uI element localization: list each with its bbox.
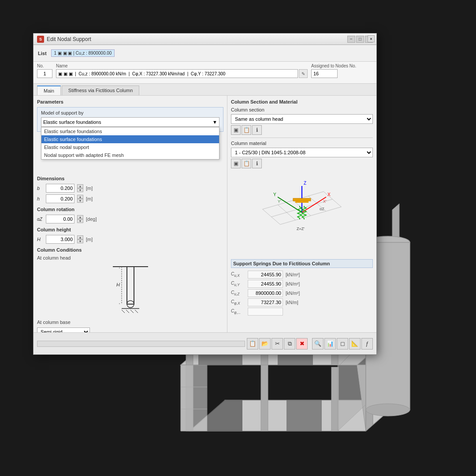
separator1	[231, 138, 373, 138]
rotation-up[interactable]: ▲	[77, 215, 83, 219]
svg-text:Y: Y	[273, 192, 276, 197]
dropdown-arrow-icon: ▼	[212, 119, 217, 125]
rotation-input[interactable]	[46, 215, 74, 223]
col-section-dropdown-wrap: Same as column head	[231, 114, 373, 124]
option-esf2[interactable]: Elastic surface foundations	[41, 135, 219, 143]
minimize-button[interactable]: −	[347, 36, 355, 43]
col-material-label: Column material	[231, 141, 373, 146]
no-input[interactable]	[37, 69, 52, 78]
col-section-select[interactable]: Same as column head	[231, 114, 373, 124]
assigned-input[interactable]	[311, 69, 338, 78]
col-material-select[interactable]: 1 - C25/30 | DIN 1045-1:2008-08	[231, 148, 373, 157]
maximize-button[interactable]: □	[356, 36, 364, 43]
dimensions-title: Dimensions	[37, 176, 223, 181]
toolbar-btn-ruler[interactable]: 📐	[349, 338, 361, 350]
dim-h-stepper: ▲ ▼	[77, 195, 83, 203]
tab-stiffness[interactable]: Stiffness via Fictitious Column	[62, 86, 140, 95]
toolbar-btn-zoom[interactable]: 🔍	[312, 338, 324, 350]
spring-row-cuz: Cu,Z [kN/m²]	[231, 289, 373, 297]
spring-cpy-label: Cφ,...	[231, 309, 245, 315]
height-stepper: ▲ ▼	[77, 235, 83, 243]
model-dropdown[interactable]: Elastic surface foundations ▼	[41, 117, 219, 127]
dim-b-input[interactable]	[46, 184, 74, 193]
dim-h-unit: [m]	[86, 196, 93, 201]
col-material-icon1[interactable]: ▣	[231, 159, 241, 168]
spring-cux-input[interactable]	[248, 271, 283, 279]
springs-section: Support Springs Due to Fictitious Column…	[231, 259, 373, 316]
spring-row-cpy: Cφ,...	[231, 308, 373, 316]
model-section: Model of support by Elastic surface foun…	[37, 107, 223, 132]
toolbar-btn-grid[interactable]: ◻	[337, 338, 348, 350]
dim-b-down[interactable]: ▼	[77, 188, 83, 192]
conditions-title: Column Conditions	[37, 247, 223, 253]
height-up[interactable]: ▲	[77, 235, 83, 239]
spring-cuy-label: Cu,Y	[231, 281, 245, 287]
svg-marker-27	[207, 400, 242, 431]
toolbar-btn-open[interactable]: 📂	[259, 338, 271, 350]
header-close-btn[interactable]: ×	[368, 35, 375, 42]
assigned-field: Assigned to Nodes No.	[311, 63, 373, 82]
model-label: Model of support by	[41, 110, 219, 115]
tab-main[interactable]: Main	[37, 86, 61, 95]
dim-h-down[interactable]: ▼	[77, 199, 83, 203]
height-input[interactable]	[46, 235, 74, 244]
dim-b-stepper: ▲ ▼	[77, 184, 83, 192]
toolbar-icons: 📋 📂 ✂ ⧉ ✖ 🔍 📊 ◻ 📐 ƒ	[247, 338, 373, 350]
spring-cuz-label: Cu,Z	[231, 290, 245, 296]
coordinate-viz: X Y Z X' Y' Z=Z' αZ	[258, 173, 346, 257]
name-edit-btn[interactable]: ✎	[299, 69, 308, 78]
app-icon: S	[37, 36, 44, 43]
toolbar-btn-chart[interactable]: 📊	[324, 338, 336, 350]
option-ens[interactable]: Elastic nodal support	[41, 143, 219, 151]
col-section-icon2[interactable]: 📋	[242, 125, 251, 135]
rotation-section: Column rotation αZ ▲ ▼ [deg]	[37, 207, 223, 223]
spring-cpx-input[interactable]	[248, 298, 283, 306]
height-down[interactable]: ▼	[77, 239, 83, 243]
svg-text:Z=Z': Z=Z'	[297, 227, 305, 231]
dim-b-up[interactable]: ▲	[77, 184, 83, 188]
option-esf1[interactable]: Elastic surface foundations	[41, 127, 219, 135]
spring-cuz-input[interactable]	[248, 289, 283, 297]
svg-marker-28	[286, 400, 322, 431]
dim-b-unit: [m]	[86, 186, 93, 191]
svg-point-26	[366, 404, 410, 416]
option-nsa[interactable]: Nodal support with adapted FE mesh	[41, 151, 219, 159]
spring-row-cux: Cu,X [kN/m²]	[231, 271, 373, 279]
toolbar-btn-cut[interactable]: ✂	[271, 338, 283, 350]
toolbar-btn-delete[interactable]: ✖	[296, 338, 308, 350]
height-unit: [m]	[86, 237, 93, 242]
dim-b-row: b ▲ ▼ [m]	[37, 184, 223, 193]
content-area: Parameters Model of support by Elastic s…	[33, 96, 376, 353]
spring-cpy-input[interactable]	[248, 308, 283, 316]
height-label: H	[37, 237, 43, 242]
name-field: Name ✎	[56, 63, 308, 82]
toolbar-btn-copy[interactable]: ⧉	[284, 338, 295, 350]
name-input[interactable]	[56, 69, 298, 78]
dim-h-up[interactable]: ▲	[77, 195, 83, 199]
col-section-icon3[interactable]: ℹ	[252, 125, 262, 135]
rotation-unit: [deg]	[86, 216, 97, 222]
toolbar-btn-func[interactable]: ƒ	[361, 338, 373, 350]
svg-line-45	[126, 310, 129, 313]
col-material-icons: ▣ 📋 ℹ	[231, 159, 373, 168]
title-bar-left: S Edit Nodal Support	[37, 36, 91, 43]
svg-rect-65	[293, 198, 311, 201]
dimensions-section: Dimensions b ▲ ▼ [m] h ▲ ▼	[37, 176, 223, 203]
toolbar-btn-new[interactable]: 📋	[247, 338, 258, 350]
right-panel: Column Section and Material Column secti…	[227, 96, 376, 353]
params-title: Parameters	[37, 99, 223, 104]
rotation-title: Column rotation	[37, 207, 223, 212]
dim-h-input[interactable]	[46, 194, 74, 203]
col-section-icon1[interactable]: ▣	[231, 125, 241, 135]
col-material-icon2[interactable]: 📋	[242, 159, 251, 168]
horizontal-scrollbar[interactable]	[37, 341, 245, 347]
header-row: No. Name ✎ Assigned to Nodes No. ×	[33, 62, 376, 84]
edit-nodal-support-dialog: S Edit Nodal Support − □ × List 1 ▣ ▣ ▣ …	[33, 33, 377, 355]
spring-row-cpx: Cφ,X [kN/m]	[231, 298, 373, 306]
spring-cux-label: Cu,X	[231, 271, 245, 278]
list-item[interactable]: 1 ▣ ▣ ▣ | Cu,z : 8900000.00	[51, 49, 115, 57]
col-material-icon3[interactable]: ℹ	[252, 159, 262, 168]
svg-text:X: X	[327, 192, 331, 197]
spring-cuy-input[interactable]	[248, 280, 283, 288]
rotation-down[interactable]: ▼	[77, 219, 83, 223]
